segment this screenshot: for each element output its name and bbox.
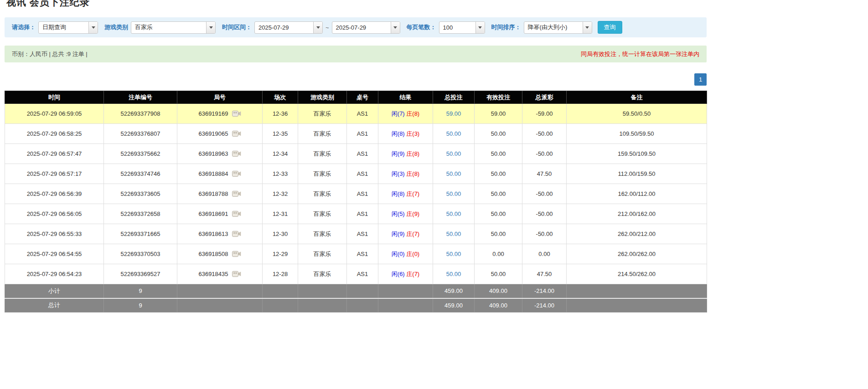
chevron-down-icon[interactable] xyxy=(475,22,485,33)
video-icon[interactable] xyxy=(232,150,241,157)
bet-id-cell: 522693372658 xyxy=(104,204,177,224)
session-cell: 12-34 xyxy=(263,144,298,164)
banker-result: 庄(7) xyxy=(406,271,419,277)
game-type-cell: 百家乐 xyxy=(298,204,347,224)
total-bet-link[interactable]: 50.00 xyxy=(446,150,461,157)
chevron-down-icon[interactable] xyxy=(88,22,98,33)
footer-valid-bet-cell: 409.00 xyxy=(475,298,522,312)
payout-cell: 0.00 xyxy=(522,244,567,264)
column-header: 备注 xyxy=(567,91,707,104)
total-bet-link[interactable]: 59.00 xyxy=(446,110,461,117)
footer-count-cell: 9 xyxy=(104,298,177,312)
table-no-cell: AS1 xyxy=(347,184,378,204)
video-icon[interactable] xyxy=(232,110,241,117)
chevron-down-icon[interactable] xyxy=(391,22,400,33)
total-bet-link[interactable]: 50.00 xyxy=(446,130,461,137)
result-cell: 闲(3) 庄(8) xyxy=(378,164,433,184)
banker-result: 庄(9) xyxy=(406,210,419,217)
table-row: 2025-07-29 06:56:05522693372658636918691… xyxy=(5,204,707,224)
chevron-down-icon[interactable] xyxy=(583,22,592,33)
player-result: 闲(0) xyxy=(392,251,405,257)
total-bet-link[interactable]: 50.00 xyxy=(446,170,461,177)
player-result: 闲(6) xyxy=(392,271,405,277)
total-bet-link[interactable]: 50.00 xyxy=(446,251,461,257)
column-header: 时间 xyxy=(5,91,104,104)
total-bet-cell: 50.00 xyxy=(433,224,475,244)
game-type-cell: 百家乐 xyxy=(298,124,347,144)
table-no-cell: AS1 xyxy=(347,164,378,184)
remark-cell: 112.00/159.50 xyxy=(567,164,707,184)
summary-currency-total: 币别：人民币 | 总共 :9 注单 | xyxy=(12,50,88,58)
column-header: 总投注 xyxy=(433,91,475,104)
result-cell: 闲(8) 庄(3) xyxy=(378,124,433,144)
footer-payout-cell: -214.00 xyxy=(522,298,567,312)
chevron-down-icon[interactable] xyxy=(206,22,215,33)
footer-empty-cell xyxy=(567,298,707,312)
table-head: 时间注单编号局号场次游戏类别桌号结果总投注有效投注总派彩备注 xyxy=(5,91,707,104)
total-bet-link[interactable]: 50.00 xyxy=(446,190,461,197)
total-bet-cell: 50.00 xyxy=(433,164,475,184)
table-no-cell: AS1 xyxy=(347,144,378,164)
valid-bet-cell: 50.00 xyxy=(475,144,522,164)
page-1-button[interactable]: 1 xyxy=(694,73,707,86)
valid-bet-cell: 50.00 xyxy=(475,184,522,204)
game-type-cell: 百家乐 xyxy=(298,264,347,284)
result-cell: 闲(9) 庄(8) xyxy=(378,144,433,164)
query-button[interactable]: 查询 xyxy=(598,21,622,34)
video-icon[interactable] xyxy=(232,210,241,217)
summary-bar: 币别：人民币 | 总共 :9 注单 | 同局有效投注，统一计算在该局第一张注单内 xyxy=(5,46,707,62)
game-type-select[interactable]: 百家乐 xyxy=(131,21,216,34)
date-end-select[interactable]: 2025-07-29 xyxy=(332,21,400,34)
query-type-select[interactable]: 日期查询 xyxy=(38,21,98,34)
time-cell: 2025-07-29 06:56:05 xyxy=(5,204,104,224)
valid-bet-cell: 59.00 xyxy=(475,104,522,124)
table-row: 2025-07-29 06:55:33522693371665636918613… xyxy=(5,224,707,244)
round-cell: 636918435 xyxy=(177,264,263,284)
time-cell: 2025-07-29 06:54:23 xyxy=(5,264,104,284)
column-header: 注单编号 xyxy=(104,91,177,104)
bet-records-table: 时间注单编号局号场次游戏类别桌号结果总投注有效投注总派彩备注 2025-07-2… xyxy=(5,91,707,312)
table-no-cell: AS1 xyxy=(347,124,378,144)
summary-notice: 同局有效投注，统一计算在该局第一张注单内 xyxy=(581,50,699,58)
chevron-down-icon[interactable] xyxy=(313,22,322,33)
column-header: 场次 xyxy=(263,91,298,104)
footer-valid-bet-cell: 409.00 xyxy=(475,284,522,298)
footer-payout-cell: -214.00 xyxy=(522,284,567,298)
result-cell: 闲(5) 庄(9) xyxy=(378,204,433,224)
session-cell: 12-33 xyxy=(263,164,298,184)
player-result: 闲(9) xyxy=(392,230,405,237)
video-icon[interactable] xyxy=(232,170,241,177)
footer-label-cell: 总计 xyxy=(5,298,104,312)
sort-select[interactable]: 降幂(由大到小) xyxy=(524,21,592,34)
bet-id-cell: 522693370503 xyxy=(104,244,177,264)
video-icon[interactable] xyxy=(232,190,241,197)
footer-empty-cell xyxy=(263,284,298,298)
video-icon[interactable] xyxy=(232,251,241,257)
total-bet-link[interactable]: 50.00 xyxy=(446,210,461,217)
time-cell: 2025-07-29 06:57:47 xyxy=(5,144,104,164)
video-icon[interactable] xyxy=(232,230,241,237)
game-type-cell: 百家乐 xyxy=(298,104,347,124)
round-cell: 636918788 xyxy=(177,184,263,204)
player-result: 闲(5) xyxy=(392,210,405,217)
video-icon[interactable] xyxy=(232,271,241,277)
date-start-select[interactable]: 2025-07-29 xyxy=(254,21,323,34)
payout-cell: -50.00 xyxy=(522,124,567,144)
total-bet-link[interactable]: 50.00 xyxy=(446,230,461,237)
footer-empty-cell xyxy=(298,298,347,312)
page-header: 视讯 会员下注纪录 xyxy=(5,0,707,9)
session-cell: 12-32 xyxy=(263,184,298,204)
per-page-select[interactable]: 100 xyxy=(439,21,485,34)
total-bet-cell: 50.00 xyxy=(433,244,475,264)
game-type-value: 百家乐 xyxy=(131,23,206,31)
total-bet-link[interactable]: 50.00 xyxy=(446,271,461,277)
remark-cell: 162.00/112.00 xyxy=(567,184,707,204)
date-end-value: 2025-07-29 xyxy=(332,24,391,31)
video-icon[interactable] xyxy=(232,130,241,137)
table-no-cell: AS1 xyxy=(347,244,378,264)
session-cell: 12-29 xyxy=(263,244,298,264)
footer-empty-cell xyxy=(378,298,433,312)
valid-bet-cell: 50.00 xyxy=(475,124,522,144)
table-body: 2025-07-29 06:59:05522693377908636919169… xyxy=(5,104,707,284)
session-cell: 12-35 xyxy=(263,124,298,144)
